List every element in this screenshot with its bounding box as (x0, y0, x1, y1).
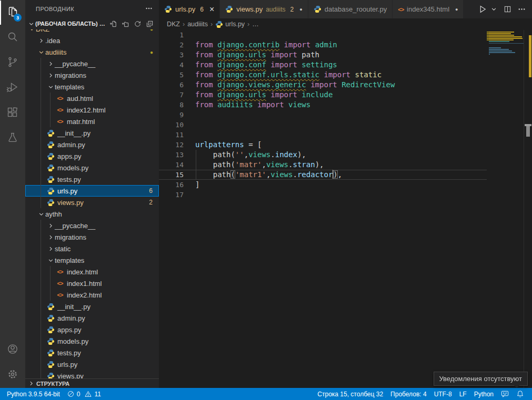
code-line-2[interactable]: 2from django.contrib import admin (159, 40, 487, 50)
run-dropdown-chevron-icon[interactable] (490, 6, 497, 13)
indent-guide (41, 243, 41, 254)
tree-item-index2.html[interactable]: <>index2.html (25, 289, 159, 301)
tree-item-__init__.py[interactable]: __init__.py (25, 301, 159, 312)
close-icon[interactable]: × (209, 5, 214, 14)
tree-item-label: migrations (55, 233, 86, 241)
tree-item-aythh[interactable]: aythh (25, 208, 159, 220)
code-line-13[interactable]: 13 path('',views.index), (159, 150, 487, 160)
tree-item-audiiits[interactable]: audiiits● (25, 46, 159, 58)
activity-extensions[interactable] (0, 101, 25, 126)
new-file-icon[interactable] (109, 20, 117, 28)
more-actions-icon[interactable] (517, 4, 527, 14)
code-line-11[interactable]: 11 (159, 130, 487, 140)
cursor-position-status[interactable]: Строка 15, столбец 32 (314, 391, 387, 398)
tree-item-__init__.py[interactable]: __init__.py (25, 127, 159, 139)
activity-testing[interactable] (0, 126, 25, 151)
tree-item-views.py[interactable]: views.py2 (25, 197, 159, 208)
activity-run-debug[interactable] (0, 76, 25, 101)
notifications-bell-icon[interactable] (513, 390, 528, 398)
code-line-16[interactable]: 16] (159, 180, 487, 190)
tree-item-static[interactable]: static (25, 243, 159, 254)
tree-item-admin.py[interactable]: admin.py (25, 312, 159, 324)
python-file-icon (46, 337, 55, 345)
code-editor[interactable]: 12from django.contrib import admin3from … (159, 30, 532, 388)
tree-item-templates[interactable]: templates (25, 254, 159, 266)
tree-item-urls.py[interactable]: urls.py6 (25, 185, 159, 197)
code-line-3[interactable]: 3from django.urls import path (159, 50, 487, 60)
tree-item-models.py[interactable]: models.py (25, 162, 159, 173)
breadcrumb-…[interactable]: … (252, 20, 259, 28)
breadcrumb-DKZ[interactable]: DKZ (167, 20, 180, 28)
activity-search[interactable] (0, 25, 25, 50)
code-line-10[interactable]: 10 (159, 120, 487, 130)
tree-item-aud.html[interactable]: <>aud.html (25, 93, 159, 104)
code-line-1[interactable]: 1 (159, 30, 487, 40)
tree-item-label: tests.py (57, 349, 81, 357)
code-line-8[interactable]: 8from audiiits import views (159, 100, 487, 110)
activity-settings[interactable] (0, 363, 25, 388)
breadcrumb: DKZ›audiiits›urls.py›… (159, 18, 532, 30)
html-file-icon: <> (56, 292, 64, 298)
tree-item-__pycache__[interactable]: __pycache__ (25, 58, 159, 69)
tab-index345.html[interactable]: <>index345.html● (393, 0, 464, 18)
activity-explorer[interactable]: 3 (0, 0, 25, 25)
indentation-status[interactable]: Пробелов: 4 (387, 391, 430, 398)
tab-database_roouter.py[interactable]: database_roouter.py (308, 0, 393, 18)
breadcrumb-urls.py[interactable]: urls.py (215, 20, 245, 28)
problems-status[interactable]: 0 11 (64, 388, 105, 400)
collapse-all-icon[interactable] (146, 20, 154, 28)
tree-item-.idea[interactable]: .idea (25, 35, 159, 46)
tree-item-index1.html[interactable]: <>index1.html (25, 278, 159, 289)
outline-section-header[interactable]: СТРУКТУРА (25, 378, 159, 388)
editor-group: urls.py6×views.pyaudiiits2●database_roou… (159, 0, 532, 388)
code-line-5[interactable]: 5from django.conf.urls.static import sta… (159, 70, 487, 80)
activity-source-control[interactable] (0, 50, 25, 76)
tree-item-DKZ[interactable]: DKZ● (25, 29, 159, 35)
code-line-17[interactable]: 17 (159, 190, 487, 200)
split-editor-icon[interactable] (503, 4, 513, 14)
code-line-7[interactable]: 7from django.urls import include (159, 90, 487, 100)
eol-status[interactable]: LF (456, 391, 470, 398)
feedback-icon[interactable] (497, 390, 513, 398)
tree-item-matr.html[interactable]: <>matr.html (25, 116, 159, 127)
line-number: 9 (159, 110, 184, 120)
activity-accounts[interactable] (0, 337, 25, 363)
new-folder-icon[interactable] (122, 20, 129, 28)
tree-item-urls.py[interactable]: urls.py (25, 358, 159, 370)
code-line-15[interactable]: 15 path('matr1',views.redactor), (159, 170, 487, 180)
tree-item-tests.py[interactable]: tests.py (25, 347, 159, 358)
code-line-12[interactable]: 12urlpatterns = [ (159, 140, 487, 150)
tree-item-index12.html[interactable]: <>index12.html (25, 104, 159, 116)
tree-item-apps.py[interactable]: apps.py (25, 324, 159, 335)
workspace-actions (109, 20, 154, 28)
tree-item-views.py[interactable]: views.py (25, 370, 159, 378)
tree-item-apps.py[interactable]: apps.py (25, 150, 159, 162)
code-line-4[interactable]: 4from django.conf import settings (159, 60, 487, 70)
tree-item-migrations[interactable]: migrations (25, 231, 159, 243)
tree-item-models.py[interactable]: models.py (25, 335, 159, 347)
tree-item-templates[interactable]: templates (25, 81, 159, 93)
language-mode-status[interactable]: Python (470, 391, 497, 398)
scrollbar-slider[interactable] (526, 126, 530, 137)
code-line-6[interactable]: 6from django.views.generic import Redire… (159, 80, 487, 90)
python-interpreter-status[interactable]: Python 3.9.5 64-bit (3, 388, 64, 400)
indentation-label: Пробелов: 4 (390, 391, 427, 398)
encoding-status[interactable]: UTF-8 (430, 391, 456, 398)
run-python-file-icon[interactable] (477, 4, 488, 15)
overview-ruler[interactable] (524, 30, 532, 388)
account-icon (6, 343, 19, 357)
tab-urls.py[interactable]: urls.py6× (159, 0, 220, 18)
tree-item-tests.py[interactable]: tests.py (25, 173, 159, 185)
tree-item-migrations[interactable]: migrations (25, 69, 159, 81)
refresh-icon[interactable] (134, 20, 142, 28)
code-line-9[interactable]: 9 (159, 110, 487, 120)
breadcrumb-audiiits[interactable]: audiiits (187, 20, 208, 28)
tree-item-index.html[interactable]: <>index.html (25, 266, 159, 278)
tree-item-__pycache__[interactable]: __pycache__ (25, 220, 159, 231)
more-actions-icon[interactable] (145, 5, 153, 13)
tab-views.py[interactable]: views.pyaudiiits2● (220, 0, 308, 18)
indent-guide (41, 104, 41, 116)
tree-item-admin.py[interactable]: admin.py (25, 139, 159, 150)
workspace-section-header[interactable]: (РАБОЧАЯ ОБЛАСТЬ) … (25, 18, 159, 29)
code-line-14[interactable]: 14 path('matr',views.stran), (159, 160, 487, 170)
